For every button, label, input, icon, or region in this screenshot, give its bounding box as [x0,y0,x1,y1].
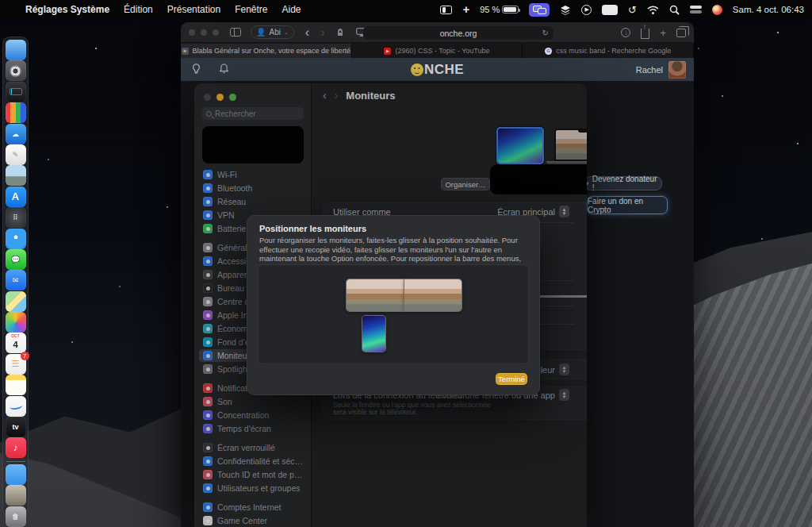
display-rect-macbook[interactable] [347,279,404,311]
dock-multicolor-app-icon[interactable] [6,102,26,123]
sidebar-item-reseau[interactable]: Réseau [199,195,307,208]
wifi-menu-icon[interactable] [647,6,659,14]
display-rect-ipad[interactable] [362,316,385,352]
menu-bar-clock[interactable]: Sam. 4 oct. 06:43 [733,5,804,14]
window-controls[interactable] [204,94,236,101]
tab-youtube[interactable]: ▶ (2960) CSS - Topic - YouTube [352,44,523,58]
display-thumb-macbook[interactable] [554,129,587,161]
dock-apple-tv-icon[interactable]: tv [6,417,26,437]
desktop: 👤 Abi ⌄ ‹ › onche.org ↻ ↓ + [0,0,812,527]
search-input[interactable]: Rechercher [202,107,304,120]
sidebar-item-temps-ecran[interactable]: Temps d'écran [199,422,307,435]
dock-minimized-window-thumb[interactable] [6,485,26,506]
username[interactable]: Rachel [636,65,663,75]
game-center-icon [203,516,213,525]
url-field[interactable]: onche.org ↻ [363,26,553,40]
close-button[interactable] [204,94,211,101]
sidebar-item-confidentialite[interactable]: Confidentialité et sécurité [199,455,307,467]
tab-google[interactable]: G css music band - Recherche Google [523,44,694,58]
dock-system-settings-icon[interactable] [6,60,26,81]
dock-weather-icon[interactable]: ☁ [6,124,26,144]
tab-onche[interactable]: ☻ Blabla Général sur Onche, votre espace… [181,44,352,58]
control-center-menu-icon[interactable] [690,6,702,13]
dock-app-store-icon[interactable]: A [6,187,26,207]
new-tab-icon[interactable]: + [660,27,666,39]
dock-launchpad-icon[interactable]: ⠿ [6,207,26,228]
sidebar-item-touch-id[interactable]: Touch ID et mot de passe [199,468,307,481]
sidebar-item-ecran-verrouille[interactable]: Écran verrouillé [199,441,307,454]
avatar[interactable] [668,61,686,79]
history-clock-menu-icon[interactable]: ↺ [628,4,637,16]
lock-screen-icon [203,443,213,452]
dock-textedit-icon[interactable]: ✎ [6,144,26,165]
dock-separator [6,461,25,462]
back-button[interactable]: ‹ [305,27,309,38]
sidebar-item-bluetooth[interactable]: Bluetooth [199,182,307,194]
plus-menu-icon[interactable]: + [462,6,469,13]
stacked-layers-menu-icon[interactable] [560,5,571,15]
chevron-down-icon: ⌄ [284,29,289,36]
menu-app-name[interactable]: Réglages Système [25,4,109,15]
sidebar-item-concentration[interactable]: Concentration [199,409,307,421]
lightbulb-icon[interactable] [192,63,201,76]
dock-safari-icon[interactable] [6,229,26,249]
back-button[interactable]: ‹ [323,89,327,102]
forward-button[interactable]: › [320,27,324,38]
dock-notes-icon[interactable] [6,375,26,395]
menu-edition[interactable]: Édition [124,4,153,15]
sidebar-item-game-center[interactable]: Game Center [199,514,307,527]
dock-photos-icon[interactable] [6,312,26,333]
dock-mail-icon[interactable]: ✉ [6,270,26,290]
bell-icon[interactable] [220,63,228,76]
dock-messages-icon[interactable]: 💬 [6,249,26,270]
dock-trash-icon[interactable]: 🗑 [6,506,26,527]
window-controls[interactable] [189,29,219,36]
search-menu-icon[interactable] [669,5,680,15]
privacy-icon [203,456,213,466]
notifications-icon [203,383,213,393]
sidebar-item-wifi[interactable]: Wi-Fi [199,168,307,181]
menu-fenetre[interactable]: Fenêtre [235,4,267,15]
stepper-icon: ▲▼ [559,364,569,375]
search-icon [206,111,212,117]
dock-downloads-folder-icon[interactable] [6,464,26,485]
sidebar-toggle-icon[interactable] [230,28,241,37]
sidebar-item-utilisateurs[interactable]: Utilisateurs et groupes [199,482,307,494]
display-frame-menu-icon[interactable] [440,6,452,14]
dock-maps-icon[interactable] [6,291,26,312]
dock-activity-monitor-icon[interactable] [6,82,26,102]
crypto-donate-button[interactable]: Faire un don en Crypto [587,196,668,214]
done-button[interactable]: Terminé [496,373,527,385]
play-circle-menu-icon[interactable]: ▶ [581,5,592,15]
dock-calendar-icon[interactable]: OCT4 [6,333,26,353]
battery-status[interactable]: 95 % [480,5,519,14]
app-circle-menu-icon[interactable] [712,5,722,15]
menu-presentation[interactable]: Présentation [167,4,220,15]
display-rect-external[interactable] [404,279,462,311]
dock-preview-icon[interactable] [6,165,26,186]
arrange-button[interactable]: Organiser… [441,178,490,190]
forward-button[interactable]: › [335,89,339,102]
apple-id-banner[interactable] [202,126,304,163]
dock-music-icon[interactable]: ♪ [6,437,26,458]
reload-icon[interactable]: ↻ [542,29,549,37]
dock-finder-icon[interactable] [6,40,26,60]
share-icon[interactable] [641,29,649,39]
menu-aide[interactable]: Aide [282,4,301,15]
display-thumb-ipad[interactable] [496,127,544,164]
downloads-icon[interactable]: ↓ [621,28,630,37]
focus-icon [203,410,213,420]
tab-overview-icon[interactable] [676,29,686,37]
donate-button[interactable]: ♥ Devenez donateur ! [584,176,662,190]
extension-icon[interactable] [335,28,345,37]
sidebar-item-son[interactable]: Son [199,395,307,408]
arrangement-canvas[interactable] [258,264,529,364]
sidebar-item-comptes-internet[interactable]: Comptes Internet [199,501,307,514]
dock-reminders-icon[interactable]: ☰7 [6,354,26,375]
input-source-badge[interactable]: FR [602,5,618,15]
screen-mirroring-menu-icon[interactable] [529,3,550,17]
zoom-button[interactable] [229,94,236,101]
minimize-button[interactable] [216,94,224,101]
dock-freeform-icon[interactable] [6,396,26,417]
profile-button[interactable]: 👤 Abi ⌄ [251,25,294,39]
